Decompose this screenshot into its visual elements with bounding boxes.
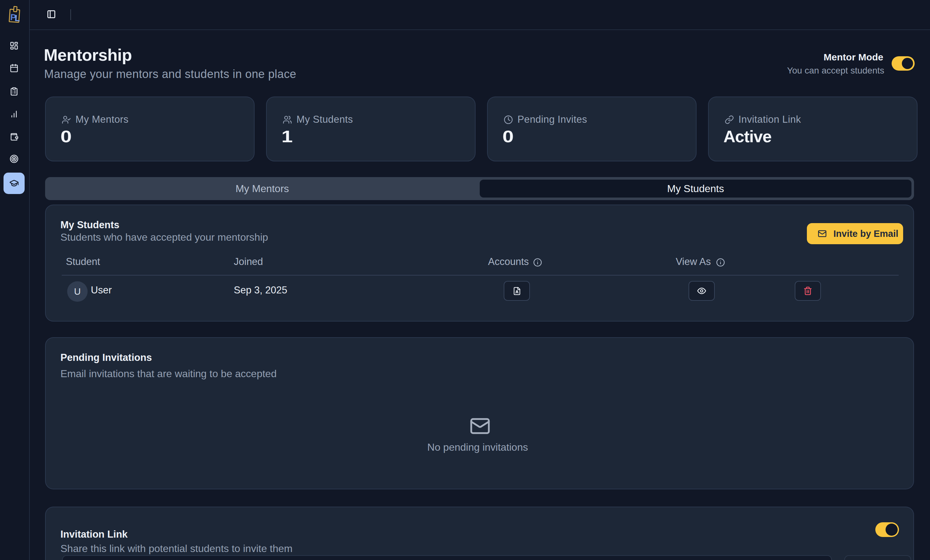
svg-text:L: L bbox=[14, 13, 20, 23]
